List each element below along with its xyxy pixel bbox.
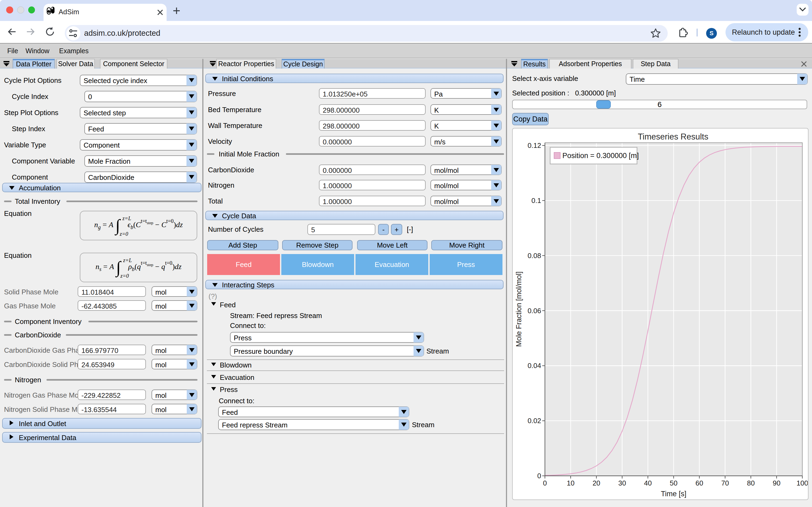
svg-text:70: 70	[721, 479, 729, 487]
svg-text:40: 40	[644, 479, 652, 487]
svg-text:50: 50	[670, 479, 678, 487]
svg-text:0.12: 0.12	[527, 142, 541, 150]
svg-text:Position = 0.300000 [m]: Position = 0.300000 [m]	[562, 152, 639, 160]
svg-text:10: 10	[567, 479, 574, 487]
svg-text:0: 0	[543, 479, 547, 487]
svg-text:100: 100	[796, 479, 808, 487]
svg-text:90: 90	[773, 479, 780, 487]
svg-text:0.1: 0.1	[532, 196, 541, 205]
svg-text:Mole Fraction [mol/mol]: Mole Fraction [mol/mol]	[515, 272, 523, 347]
svg-text:Time [s]: Time [s]	[661, 490, 686, 498]
svg-text:0: 0	[538, 472, 541, 480]
svg-text:60: 60	[695, 479, 703, 487]
svg-text:0.04: 0.04	[527, 361, 541, 370]
svg-text:0.08: 0.08	[527, 251, 541, 260]
svg-text:80: 80	[747, 479, 755, 487]
svg-text:30: 30	[618, 479, 626, 487]
svg-text:Timeseries Results: Timeseries Results	[638, 132, 708, 142]
svg-text:20: 20	[592, 479, 600, 487]
svg-text:0.02: 0.02	[527, 417, 541, 425]
svg-text:0.06: 0.06	[527, 307, 541, 315]
